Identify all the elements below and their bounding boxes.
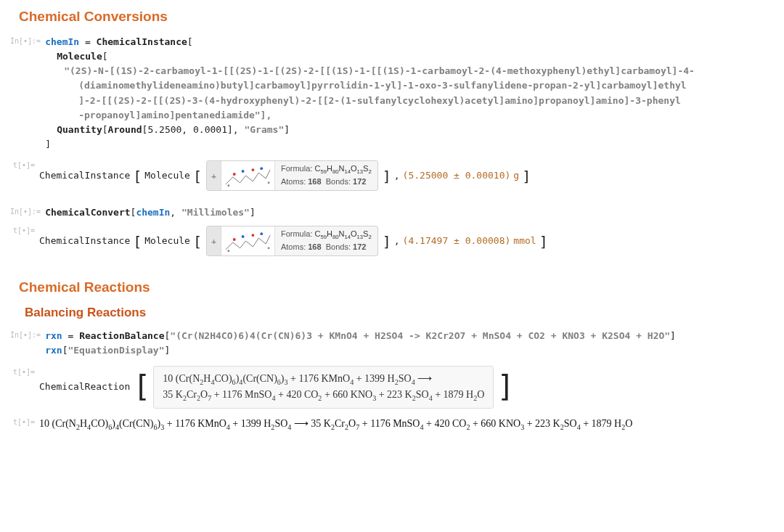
expand-icon[interactable]: + xyxy=(207,226,221,255)
out-ChemicalInstance: ChemicalInstance xyxy=(39,234,130,248)
svg-point-25 xyxy=(268,247,270,250)
svg-line-15 xyxy=(240,241,246,248)
cell-label-out: t[•]= xyxy=(10,224,39,235)
cell-label-out: t[•]= xyxy=(10,416,39,427)
svg-line-17 xyxy=(253,238,258,247)
bracket-open: [ xyxy=(102,51,108,62)
equals: = xyxy=(62,330,79,341)
fn-Around: Around xyxy=(108,124,142,135)
bonds-count: 172 xyxy=(353,177,366,186)
input-cell-1[interactable]: In[•]:= chemIn = ChemicalInstance[ Molec… xyxy=(10,35,774,152)
svg-line-1 xyxy=(233,177,240,183)
section-chemical-conversions: Chemical Conversions xyxy=(19,9,774,25)
expand-icon[interactable]: + xyxy=(207,161,221,190)
svg-point-8 xyxy=(242,170,245,173)
prop-string: "EquationDisplay" xyxy=(68,345,164,356)
svg-line-4 xyxy=(253,173,258,181)
molecule-structure-thumbnail xyxy=(221,226,275,255)
svg-line-14 xyxy=(233,242,240,248)
svg-point-20 xyxy=(233,238,236,241)
cell-label-in: In[•]:= xyxy=(10,329,45,340)
bonds-label: Bonds: xyxy=(326,242,351,251)
quantity-value: (4.17497 ± 0.00008) xyxy=(403,234,511,248)
bonds-label: Bonds: xyxy=(326,177,351,186)
output-cell-1: t[•]= ChemicalInstance[Molecule[ + Formu… xyxy=(10,159,774,192)
bracket-close: ] xyxy=(670,330,676,341)
equals: = xyxy=(79,36,96,47)
fn-Quantity: Quantity xyxy=(57,124,102,135)
svg-line-16 xyxy=(245,241,253,247)
molecular-formula: C59H80N14O13S2 xyxy=(314,164,371,173)
cell-label-in: In[•]:= xyxy=(10,35,45,46)
input-cell-3[interactable]: In[•]:= rxn = ReactionBalance["(Cr(N2H4C… xyxy=(10,329,774,358)
cell-body: chemIn = ChemicalInstance[ Molecule[ "(2… xyxy=(45,35,774,152)
cell-body: ChemicalInstance[Molecule[ + Formula: C5… xyxy=(39,224,774,258)
fn-ChemicalConvert: ChemicalConvert xyxy=(45,207,130,218)
cell-body: ChemicalInstance[Molecule[ + Formula: C5… xyxy=(39,159,774,192)
formula-label: Formula: xyxy=(281,229,312,238)
symbol-chemIn: chemIn xyxy=(136,207,170,218)
output-cell-2: t[•]= ChemicalInstance[Molecule[ + Formu… xyxy=(10,224,774,258)
svg-line-0 xyxy=(226,177,233,184)
svg-point-21 xyxy=(242,235,245,238)
atoms-count: 168 xyxy=(308,177,321,186)
unit-string: "Millimoles" xyxy=(181,207,250,218)
bracket-close: ] xyxy=(250,207,256,218)
iupac-line1: "(2S)-N-[(1S)-2-carbamoyl-1-[[(2S)-1-[(2… xyxy=(64,65,695,76)
fn-ChemicalInstance: ChemicalInstance xyxy=(97,36,187,47)
cell-label-out: t[•]= xyxy=(10,159,39,170)
out-Molecule: Molecule xyxy=(144,168,190,183)
cell-body: rxn = ReactionBalance["(Cr(N2H4CO)6)4(Cr… xyxy=(45,329,774,358)
reaction-summary-box[interactable]: 10 (Cr(N2H4CO)6)4(Cr(CN)6)3 + 1176 KMnO4… xyxy=(153,366,494,409)
cell-label-out: t[•]= xyxy=(10,366,39,377)
symbol-rxn: rxn xyxy=(45,330,62,341)
equation-display: 10 (Cr(N2H4CO)6)4(Cr(CN)6)3 + 1176 KMnO4… xyxy=(39,416,774,433)
svg-point-11 xyxy=(227,184,229,187)
svg-point-23 xyxy=(260,232,263,235)
cell-label-in: In[•]:= xyxy=(10,205,45,216)
bracket-close: ] xyxy=(284,124,290,135)
bracket-open: [ xyxy=(187,36,193,47)
comma: , xyxy=(394,234,400,248)
iupac-line2: (diaminomethylideneamino)butyl]carbamoyl… xyxy=(78,80,686,91)
svg-line-2 xyxy=(240,176,246,183)
svg-line-13 xyxy=(226,242,233,250)
bracket-open: [ xyxy=(102,124,108,135)
atoms-label: Atoms: xyxy=(281,177,306,186)
iupac-line3: ]-2-[[(2S)-2-[[(2S)-3-(4-hydroxyphenyl)-… xyxy=(78,95,681,106)
bonds-count: 172 xyxy=(353,242,366,251)
molecule-structure-thumbnail xyxy=(221,161,275,190)
cell-body: ChemicalReaction[ 10 (Cr(N2H4CO)6)4(Cr(C… xyxy=(39,366,774,409)
svg-point-10 xyxy=(260,167,263,170)
input-cell-2[interactable]: In[•]:= ChemicalConvert[chemIn, "Millimo… xyxy=(10,205,774,220)
svg-point-24 xyxy=(227,250,229,253)
svg-point-12 xyxy=(268,182,270,184)
out-ChemicalInstance: ChemicalInstance xyxy=(39,168,130,183)
iupac-line4: -propanoyl]amino]pentanediamide"], xyxy=(78,110,271,120)
svg-line-5 xyxy=(258,173,266,179)
cell-body: ChemicalConvert[chemIn, "Millimoles"] xyxy=(45,205,774,220)
bracket-close: ] xyxy=(165,345,171,356)
atoms-label: Atoms: xyxy=(281,242,306,251)
quantity-value: (5.25000 ± 0.00010) xyxy=(403,168,511,183)
balanced-equation-line1: 10 (Cr(N2H4CO)6)4(Cr(CN)6)3 + 1176 KMnO4… xyxy=(163,371,484,388)
molecular-formula: C59H80N14O13S2 xyxy=(314,229,371,238)
molecule-summary-box[interactable]: + Formula: C59H80N14O13S2 Atoms: 168 Bon… xyxy=(206,226,378,256)
fn-ReactionBalance: ReactionBalance xyxy=(79,330,164,341)
reaction-string: "(Cr(N2H4CO)6)4(Cr(CN)6)3 + KMnO4 + H2SO… xyxy=(170,330,670,341)
bracket-close: ] xyxy=(45,139,51,150)
molecule-meta: Formula: C59H80N14O13S2 Atoms: 168 Bonds… xyxy=(275,226,377,255)
section-chemical-reactions: Chemical Reactions xyxy=(19,279,774,295)
subsection-balancing-reactions: Balancing Reactions xyxy=(25,306,774,320)
quantity-unit: mmol xyxy=(513,234,536,248)
svg-line-3 xyxy=(245,176,253,181)
symbol-chemIn: chemIn xyxy=(45,36,79,47)
svg-line-18 xyxy=(258,238,266,244)
svg-point-9 xyxy=(251,168,254,171)
atoms-count: 168 xyxy=(308,242,321,251)
symbol-rxn: rxn xyxy=(45,345,62,356)
svg-line-19 xyxy=(266,235,270,244)
molecule-summary-box[interactable]: + Formula: C59H80N14O13S2 Atoms: 168 Bon… xyxy=(206,160,378,191)
quantity-unit: g xyxy=(513,168,519,183)
comma: , xyxy=(394,168,400,183)
